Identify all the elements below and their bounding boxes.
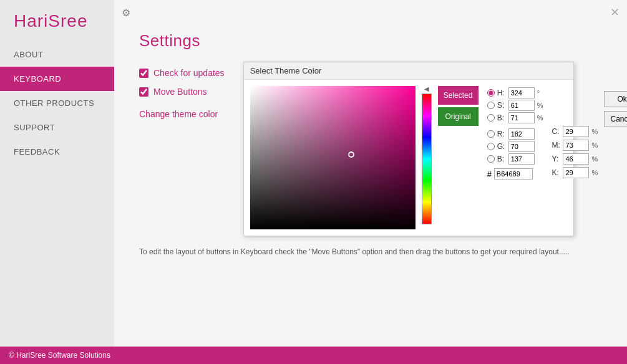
c-label: C: xyxy=(552,127,560,136)
sidebar-item-about[interactable]: ABOUT xyxy=(0,42,114,67)
h-unit: ° xyxy=(537,89,540,97)
footer-text: © HariSree Software Solutions xyxy=(9,351,110,360)
h-label: H: xyxy=(497,89,506,97)
s-input[interactable] xyxy=(508,100,535,111)
selected-original: Selected Original xyxy=(438,86,479,180)
k-input[interactable] xyxy=(563,167,589,178)
dialog-body: ◀ Selected Original xyxy=(244,80,573,236)
dialog-right: Selected Original H: ° xyxy=(438,86,627,229)
b2-label: B: xyxy=(497,155,506,163)
cmyk-values: C: % M: % xyxy=(552,87,598,180)
y-unit: % xyxy=(591,155,598,163)
h-radio[interactable] xyxy=(487,89,495,97)
check-updates-checkbox[interactable] xyxy=(139,69,148,78)
settings-area: Settings Check for updates Move Buttons … xyxy=(114,25,627,347)
dialog-buttons: Ok Cancel xyxy=(601,86,627,180)
main-content: ⚙ ✕ Settings Check for updates Move Butt… xyxy=(114,0,627,347)
app-title: HariSree xyxy=(0,0,114,42)
move-buttons-row: Move Buttons xyxy=(139,87,225,97)
b-unit: % xyxy=(537,114,543,122)
y-input[interactable] xyxy=(563,153,589,165)
g-row: G: xyxy=(487,141,543,152)
hex-input[interactable] xyxy=(494,168,533,180)
s-row: S: % xyxy=(487,100,543,111)
b-row: B: % xyxy=(487,112,543,123)
g-input[interactable] xyxy=(508,141,535,152)
h-row: H: ° xyxy=(487,87,543,98)
b2-row: B: xyxy=(487,153,543,165)
dialog-title: Select Theme Color xyxy=(244,62,573,80)
b2-input[interactable] xyxy=(508,153,535,165)
info-text: To edit the layout of buttons in Keyboar… xyxy=(139,246,576,257)
k-row: K: % xyxy=(552,167,598,178)
change-theme-color-link[interactable]: Change theme color xyxy=(139,109,225,119)
r-input[interactable] xyxy=(508,128,535,140)
ok-button[interactable]: Ok xyxy=(604,91,627,107)
hex-row: # xyxy=(487,168,543,180)
check-updates-row: Check for updates xyxy=(139,68,225,78)
r-label: R: xyxy=(497,130,506,138)
color-picker-dialog: Select Theme Color ◀ xyxy=(243,62,574,236)
b2-radio[interactable] xyxy=(487,155,495,163)
hue-arrow-left: ◀ xyxy=(424,86,429,92)
s-radio[interactable] xyxy=(487,102,495,109)
cancel-button[interactable]: Cancel xyxy=(604,111,627,127)
settings-left: Check for updates Move Buttons Change th… xyxy=(139,62,225,236)
sidebar: HariSree ABOUT KEYBOARD OTHER PRODUCTS S… xyxy=(0,0,114,347)
sidebar-item-other-products[interactable]: OTHER PRODUCTS xyxy=(0,91,114,115)
top-bar: ⚙ ✕ xyxy=(114,0,627,25)
b-label: B: xyxy=(497,113,506,122)
s-label: S: xyxy=(497,101,506,110)
original-button[interactable]: Original xyxy=(438,107,479,126)
b-input[interactable] xyxy=(508,112,535,123)
move-buttons-label: Move Buttons xyxy=(153,87,207,97)
c-row: C: % xyxy=(552,126,598,137)
move-buttons-checkbox[interactable] xyxy=(139,87,148,97)
m-row: M: % xyxy=(552,140,598,151)
close-icon[interactable]: ✕ xyxy=(610,6,620,19)
sidebar-item-keyboard[interactable]: KEYBOARD xyxy=(0,67,114,91)
dialog-top-row: Selected Original H: ° xyxy=(438,86,627,180)
check-updates-label: Check for updates xyxy=(153,68,225,78)
gradient-picker[interactable] xyxy=(250,86,416,229)
sidebar-item-feedback[interactable]: FEEDBACK xyxy=(0,140,114,164)
c-input[interactable] xyxy=(563,126,589,137)
k-label: K: xyxy=(552,168,560,177)
selected-button[interactable]: Selected xyxy=(438,86,479,105)
r-row: R: xyxy=(487,128,543,140)
settings-title: Settings xyxy=(139,31,602,50)
s-unit: % xyxy=(537,102,543,109)
y-row: Y: % xyxy=(552,153,598,165)
h-input[interactable] xyxy=(508,87,535,98)
y-label: Y: xyxy=(552,155,560,163)
hue-slider[interactable] xyxy=(422,93,432,224)
value-gradient xyxy=(250,86,416,229)
k-unit: % xyxy=(591,169,598,176)
b-radio[interactable] xyxy=(487,114,495,122)
m-input[interactable] xyxy=(563,140,589,151)
settings-body: Check for updates Move Buttons Change th… xyxy=(139,62,602,236)
hsb-values: H: ° S: % xyxy=(487,87,543,180)
g-radio[interactable] xyxy=(487,143,495,150)
hue-slider-container: ◀ xyxy=(420,86,433,229)
m-unit: % xyxy=(591,141,598,149)
footer: © HariSree Software Solutions xyxy=(0,347,627,364)
r-radio[interactable] xyxy=(487,130,495,138)
sidebar-item-support[interactable]: SUPPORT xyxy=(0,115,114,140)
c-unit: % xyxy=(591,128,598,135)
g-label: G: xyxy=(497,142,506,151)
gear-icon[interactable]: ⚙ xyxy=(122,7,130,19)
hex-label: # xyxy=(487,170,492,179)
m-label: M: xyxy=(552,141,560,150)
